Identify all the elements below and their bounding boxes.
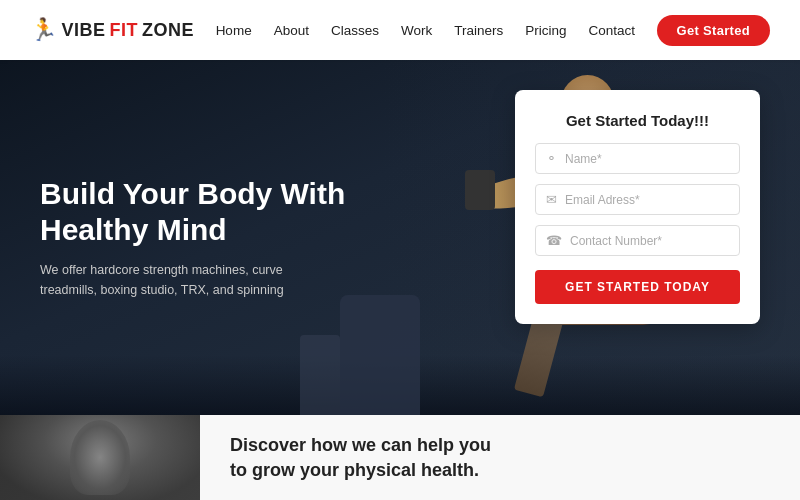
name-input[interactable] [565,152,729,166]
nav-item-pricing[interactable]: Pricing [525,23,566,38]
logo-icon: 🏃 [30,17,58,43]
logo-zone: ZONE [142,20,194,41]
email-icon: ✉ [546,192,557,207]
email-input[interactable] [565,193,729,207]
phone-field-wrapper: ☎ [535,225,740,256]
form-card-title: Get Started Today!!! [535,112,740,129]
logo[interactable]: 🏃 VIBEFITZONE [30,17,194,43]
user-icon: ⚬ [546,151,557,166]
nav-cta-button[interactable]: Get Started [657,15,770,46]
hero-content: Build Your Body With Healthy Mind We off… [0,176,345,300]
hero-title: Build Your Body With Healthy Mind [40,176,345,248]
phone-input[interactable] [570,234,729,248]
nav-item-trainers[interactable]: Trainers [454,23,503,38]
navbar: 🏃 VIBEFITZONE Home About Classes Work Tr… [0,0,800,60]
phone-icon: ☎ [546,233,562,248]
nav-item-work[interactable]: Work [401,23,432,38]
below-hero-text: Discover how we can help you to grow you… [200,433,521,482]
signup-form-card: Get Started Today!!! ⚬ ✉ ☎ GET STARTED T… [515,90,760,324]
logo-fit: FIT [110,20,139,41]
nav-item-home[interactable]: Home [216,23,252,38]
below-hero-image [0,415,200,500]
name-field-wrapper: ⚬ [535,143,740,174]
below-hero-section: Discover how we can help you to grow you… [0,415,800,500]
nav-links: Home About Classes Work Trainers Pricing… [216,23,635,38]
equipment-bg2 [300,335,340,415]
email-field-wrapper: ✉ [535,184,740,215]
hero-subtitle: We offer hardcore strength machines, cur… [40,260,340,300]
nav-item-about[interactable]: About [274,23,309,38]
equipment-bg1 [340,295,420,415]
form-submit-button[interactable]: GET STARTED TODAY [535,270,740,304]
hero-section: Build Your Body With Healthy Mind We off… [0,60,800,415]
logo-vibe: VIBE [62,20,106,41]
nav-item-classes[interactable]: Classes [331,23,379,38]
nav-item-contact[interactable]: Contact [588,23,635,38]
